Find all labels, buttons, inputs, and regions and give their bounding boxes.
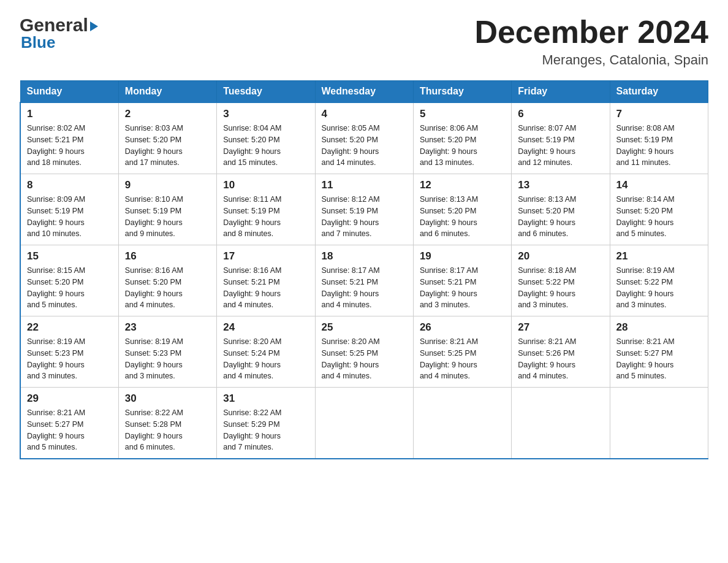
calendar-cell: 29Sunrise: 8:21 AMSunset: 5:27 PMDayligh… [20,388,118,459]
calendar-cell: 3Sunrise: 8:04 AMSunset: 5:20 PMDaylight… [217,102,315,174]
calendar-cell: 8Sunrise: 8:09 AMSunset: 5:19 PMDaylight… [20,174,118,245]
day-number: 1 [27,108,112,120]
calendar-cell: 28Sunrise: 8:21 AMSunset: 5:27 PMDayligh… [610,316,708,388]
calendar-cell: 5Sunrise: 8:06 AMSunset: 5:20 PMDaylight… [413,102,511,174]
calendar-cell: 10Sunrise: 8:11 AMSunset: 5:19 PMDayligh… [217,174,315,245]
calendar-week-1: 1Sunrise: 8:02 AMSunset: 5:21 PMDaylight… [20,102,708,174]
day-info: Sunrise: 8:19 AMSunset: 5:22 PMDaylight:… [616,265,702,311]
calendar-cell: 25Sunrise: 8:20 AMSunset: 5:25 PMDayligh… [315,316,413,388]
day-info: Sunrise: 8:04 AMSunset: 5:20 PMDaylight:… [223,123,308,169]
calendar-cell: 30Sunrise: 8:22 AMSunset: 5:28 PMDayligh… [118,388,216,459]
calendar-cell: 4Sunrise: 8:05 AMSunset: 5:20 PMDaylight… [315,102,413,174]
day-info: Sunrise: 8:08 AMSunset: 5:19 PMDaylight:… [616,123,702,169]
calendar-cell: 26Sunrise: 8:21 AMSunset: 5:25 PMDayligh… [413,316,511,388]
day-info: Sunrise: 8:19 AMSunset: 5:23 PMDaylight:… [125,336,210,382]
day-number: 30 [125,393,210,405]
day-number: 23 [125,321,210,334]
day-info: Sunrise: 8:16 AMSunset: 5:21 PMDaylight:… [223,265,308,311]
calendar-cell: 24Sunrise: 8:20 AMSunset: 5:24 PMDayligh… [217,316,315,388]
calendar-cell: 12Sunrise: 8:13 AMSunset: 5:20 PMDayligh… [413,174,511,245]
col-thursday: Thursday [413,81,511,103]
day-info: Sunrise: 8:13 AMSunset: 5:20 PMDaylight:… [420,194,505,240]
col-sunday: Sunday [20,81,118,103]
col-friday: Friday [512,81,610,103]
day-number: 3 [223,108,308,120]
calendar-cell: 31Sunrise: 8:22 AMSunset: 5:29 PMDayligh… [217,388,315,459]
day-number: 12 [420,179,505,191]
calendar-cell: 27Sunrise: 8:21 AMSunset: 5:26 PMDayligh… [512,316,610,388]
day-info: Sunrise: 8:19 AMSunset: 5:23 PMDaylight:… [27,336,112,382]
calendar-week-3: 15Sunrise: 8:15 AMSunset: 5:20 PMDayligh… [20,245,708,316]
logo: General Blue [20,15,98,52]
calendar-cell: 13Sunrise: 8:13 AMSunset: 5:20 PMDayligh… [512,174,610,245]
calendar-cell: 18Sunrise: 8:17 AMSunset: 5:21 PMDayligh… [315,245,413,316]
day-number: 20 [518,250,603,262]
day-info: Sunrise: 8:11 AMSunset: 5:19 PMDaylight:… [223,194,308,240]
day-number: 15 [27,250,112,262]
day-info: Sunrise: 8:21 AMSunset: 5:27 PMDaylight:… [27,407,112,453]
calendar-week-2: 8Sunrise: 8:09 AMSunset: 5:19 PMDaylight… [20,174,708,245]
day-info: Sunrise: 8:22 AMSunset: 5:29 PMDaylight:… [223,407,308,453]
header-row: Sunday Monday Tuesday Wednesday Thursday… [20,81,708,103]
day-number: 19 [420,250,505,262]
day-number: 25 [322,321,407,334]
title-block: December 2024 Meranges, Catalonia, Spain [474,15,708,68]
day-info: Sunrise: 8:15 AMSunset: 5:20 PMDaylight:… [27,265,112,311]
calendar-cell: 7Sunrise: 8:08 AMSunset: 5:19 PMDaylight… [610,102,708,174]
col-monday: Monday [118,81,216,103]
calendar-week-4: 22Sunrise: 8:19 AMSunset: 5:23 PMDayligh… [20,316,708,388]
calendar-cell [413,388,511,459]
day-number: 21 [616,250,702,262]
day-number: 28 [616,321,702,334]
day-number: 22 [27,321,112,334]
day-info: Sunrise: 8:20 AMSunset: 5:24 PMDaylight:… [223,336,308,382]
calendar-cell: 17Sunrise: 8:16 AMSunset: 5:21 PMDayligh… [217,245,315,316]
day-number: 17 [223,250,308,262]
calendar-cell: 16Sunrise: 8:16 AMSunset: 5:20 PMDayligh… [118,245,216,316]
day-number: 27 [518,321,603,334]
day-number: 16 [125,250,210,262]
day-info: Sunrise: 8:21 AMSunset: 5:25 PMDaylight:… [420,336,505,382]
day-number: 2 [125,108,210,120]
calendar-cell: 6Sunrise: 8:07 AMSunset: 5:19 PMDaylight… [512,102,610,174]
calendar-cell: 2Sunrise: 8:03 AMSunset: 5:20 PMDaylight… [118,102,216,174]
day-number: 18 [322,250,407,262]
day-info: Sunrise: 8:14 AMSunset: 5:20 PMDaylight:… [616,194,702,240]
day-number: 5 [420,108,505,120]
day-info: Sunrise: 8:09 AMSunset: 5:19 PMDaylight:… [27,194,112,240]
day-number: 6 [518,108,603,120]
day-number: 31 [223,393,308,405]
day-info: Sunrise: 8:10 AMSunset: 5:19 PMDaylight:… [125,194,210,240]
day-number: 10 [223,179,308,191]
day-info: Sunrise: 8:13 AMSunset: 5:20 PMDaylight:… [518,194,603,240]
day-number: 29 [27,393,112,405]
calendar-cell [512,388,610,459]
day-info: Sunrise: 8:06 AMSunset: 5:20 PMDaylight:… [420,123,505,169]
day-number: 24 [223,321,308,334]
calendar-cell: 23Sunrise: 8:19 AMSunset: 5:23 PMDayligh… [118,316,216,388]
day-number: 4 [322,108,407,120]
col-wednesday: Wednesday [315,81,413,103]
day-info: Sunrise: 8:20 AMSunset: 5:25 PMDaylight:… [322,336,407,382]
day-info: Sunrise: 8:21 AMSunset: 5:26 PMDaylight:… [518,336,603,382]
logo-blue-text: Blue [20,33,55,52]
calendar-body: 1Sunrise: 8:02 AMSunset: 5:21 PMDaylight… [20,102,708,459]
calendar-subtitle: Meranges, Catalonia, Spain [474,52,708,68]
calendar-cell: 22Sunrise: 8:19 AMSunset: 5:23 PMDayligh… [20,316,118,388]
day-info: Sunrise: 8:12 AMSunset: 5:19 PMDaylight:… [322,194,407,240]
calendar-title: December 2024 [474,15,708,50]
calendar-cell [315,388,413,459]
day-info: Sunrise: 8:03 AMSunset: 5:20 PMDaylight:… [125,123,210,169]
calendar-cell [610,388,708,459]
page-header: General Blue December 2024 Meranges, Cat… [20,15,708,68]
day-info: Sunrise: 8:18 AMSunset: 5:22 PMDaylight:… [518,265,603,311]
calendar-cell: 9Sunrise: 8:10 AMSunset: 5:19 PMDaylight… [118,174,216,245]
calendar-week-5: 29Sunrise: 8:21 AMSunset: 5:27 PMDayligh… [20,388,708,459]
day-info: Sunrise: 8:16 AMSunset: 5:20 PMDaylight:… [125,265,210,311]
day-info: Sunrise: 8:22 AMSunset: 5:28 PMDaylight:… [125,407,210,453]
day-number: 14 [616,179,702,191]
calendar-cell: 15Sunrise: 8:15 AMSunset: 5:20 PMDayligh… [20,245,118,316]
day-number: 7 [616,108,702,120]
calendar-header: Sunday Monday Tuesday Wednesday Thursday… [20,81,708,103]
logo-triangle-icon [90,21,98,31]
